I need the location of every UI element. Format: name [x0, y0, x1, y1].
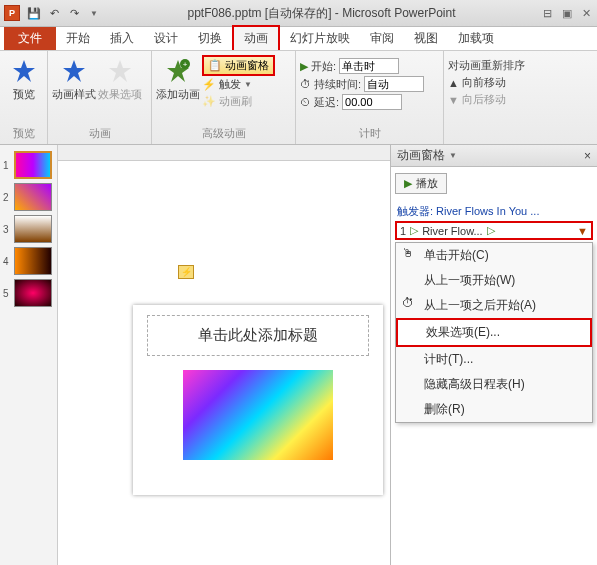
tab-insert[interactable]: 插入 — [100, 27, 144, 50]
menu-hide-timeline[interactable]: 隐藏高级日程表(H) — [396, 372, 592, 397]
group-animation-label: 动画 — [52, 126, 147, 142]
move-backward-label: 向后移动 — [462, 92, 506, 107]
star-icon — [60, 57, 88, 85]
menu-label: 删除(R) — [424, 402, 465, 416]
animation-painter-button: ✨ 动画刷 — [202, 94, 275, 109]
title-placeholder[interactable]: 单击此处添加标题 — [147, 315, 369, 356]
move-forward-button[interactable]: ▲ 向前移动 — [448, 75, 525, 90]
thumb-row[interactable]: 5 — [0, 277, 57, 309]
thumb-5[interactable] — [14, 279, 52, 307]
animation-list-item[interactable]: 1 ▷ River Flow... ▷ ▼ — [395, 221, 593, 240]
thumb-row[interactable]: 1 — [0, 149, 57, 181]
start-select[interactable] — [339, 58, 399, 74]
thumb-row[interactable]: 4 — [0, 245, 57, 277]
trigger-button[interactable]: ⚡ 触发 ▼ — [202, 77, 275, 92]
thumb-3[interactable] — [14, 215, 52, 243]
tab-transitions[interactable]: 切换 — [188, 27, 232, 50]
duration-input[interactable] — [364, 76, 424, 92]
play-icon: ▷ — [410, 224, 418, 237]
adv-anim-stack: 📋 动画窗格 ⚡ 触发 ▼ ✨ 动画刷 — [202, 53, 275, 110]
preview-button[interactable]: 预览 — [4, 53, 43, 102]
image-placeholder[interactable] — [183, 370, 333, 460]
menu-label: 从上一项之后开始(A) — [424, 298, 536, 312]
animation-pane-button[interactable]: 📋 动画窗格 — [202, 55, 275, 76]
play-icon: ▶ — [404, 177, 412, 190]
mouse-icon: 🖱 — [402, 246, 416, 260]
start-row: ▶ 开始: — [300, 58, 424, 74]
main-area: 1 2 3 4 5 ⚡ 单击此处添加标题 动画窗格 ▼ × ▶ 播放 触发器: … — [0, 145, 597, 565]
play-button[interactable]: ▶ 播放 — [395, 173, 447, 194]
tab-slideshow[interactable]: 幻灯片放映 — [280, 27, 360, 50]
play-label: 播放 — [416, 176, 438, 191]
menu-after-previous[interactable]: ⏱从上一项之后开始(A) — [396, 293, 592, 318]
thumb-2[interactable] — [14, 183, 52, 211]
clock-icon: ⏱ — [300, 78, 311, 90]
animation-pane-title: 动画窗格 — [397, 147, 445, 164]
app-name: Microsoft PowerPoint — [342, 6, 455, 20]
start-label: 开始: — [311, 59, 336, 74]
menu-timing[interactable]: 计时(T)... — [396, 347, 592, 372]
animation-pane-label: 动画窗格 — [225, 58, 269, 73]
duration-row: ⏱ 持续时间: — [300, 76, 424, 92]
menu-label: 从上一项开始(W) — [424, 273, 515, 287]
tab-view[interactable]: 视图 — [404, 27, 448, 50]
thumb-row[interactable]: 2 — [0, 181, 57, 213]
animation-styles-button[interactable]: 动画样式 — [52, 53, 96, 102]
play-icon: ▶ — [300, 60, 308, 73]
thumb-num: 3 — [3, 224, 11, 235]
thumb-4[interactable] — [14, 247, 52, 275]
tab-design[interactable]: 设计 — [144, 27, 188, 50]
ruler — [58, 145, 390, 161]
thumb-num: 4 — [3, 256, 11, 267]
reorder-title: 对动画重新排序 — [448, 58, 525, 73]
thumb-num: 5 — [3, 288, 11, 299]
slide-thumbnails: 1 2 3 4 5 — [0, 145, 58, 565]
context-menu: 🖱单击开始(C) 从上一项开始(W) ⏱从上一项之后开始(A) 效果选项(E).… — [395, 242, 593, 423]
menu-label: 计时(T)... — [424, 352, 473, 366]
delay-label: 延迟: — [314, 95, 339, 110]
tab-animations[interactable]: 动画 — [232, 25, 280, 50]
thumb-num: 2 — [3, 192, 11, 203]
item-number: 1 — [400, 225, 406, 237]
add-animation-label: 添加动画 — [156, 87, 200, 102]
menu-with-previous[interactable]: 从上一项开始(W) — [396, 268, 592, 293]
up-arrow-icon: ▲ — [448, 77, 459, 89]
qat-dropdown-icon[interactable]: ▼ — [86, 5, 102, 21]
thumb-row[interactable]: 3 — [0, 213, 57, 245]
tab-home[interactable]: 开始 — [56, 27, 100, 50]
chevron-down-icon[interactable]: ▼ — [449, 151, 457, 160]
save-icon[interactable]: 💾 — [26, 5, 42, 21]
undo-icon[interactable]: ↶ — [46, 5, 62, 21]
item-dropdown-button[interactable]: ▼ — [577, 225, 588, 237]
thumb-1[interactable] — [14, 151, 52, 179]
menu-click-start[interactable]: 🖱单击开始(C) — [396, 243, 592, 268]
slide-editor[interactable]: ⚡ 单击此处添加标题 — [58, 145, 390, 565]
animation-pane-header: 动画窗格 ▼ × — [391, 145, 597, 167]
menu-label: 隐藏高级日程表(H) — [424, 377, 525, 391]
close-pane-button[interactable]: × — [584, 149, 591, 163]
svg-marker-1 — [63, 60, 85, 82]
slide-canvas[interactable]: 单击此处添加标题 — [133, 305, 383, 495]
preview-label: 预览 — [13, 87, 35, 102]
title-bar: P 💾 ↶ ↷ ▼ pptF086.pptm [自动保存的] - Microso… — [0, 0, 597, 27]
menu-effect-options[interactable]: 效果选项(E)... — [396, 318, 592, 347]
timing-stack: ▶ 开始: ⏱ 持续时间: ⏲ 延迟: — [300, 53, 424, 111]
animation-pane-body: ▶ 播放 触发器: River Flows In You ... 1 ▷ Riv… — [391, 167, 597, 565]
close-button[interactable]: ✕ — [580, 7, 593, 20]
minimize-button[interactable]: ⊟ — [541, 7, 554, 20]
add-animation-button[interactable]: + 添加动画 — [156, 53, 200, 102]
svg-text:+: + — [183, 60, 188, 69]
tab-review[interactable]: 审阅 — [360, 27, 404, 50]
maximize-button[interactable]: ▣ — [560, 7, 574, 20]
effect-options-icon — [106, 57, 134, 85]
group-animation: 动画样式 效果选项 动画 — [48, 51, 152, 144]
menu-remove[interactable]: 删除(R) — [396, 397, 592, 422]
tab-file[interactable]: 文件 — [4, 27, 56, 50]
redo-icon[interactable]: ↷ — [66, 5, 82, 21]
animation-marker-icon[interactable]: ⚡ — [178, 265, 194, 279]
delay-input[interactable] — [342, 94, 402, 110]
tab-addins[interactable]: 加载项 — [448, 27, 504, 50]
group-advanced-animation: + 添加动画 📋 动画窗格 ⚡ 触发 ▼ ✨ 动画刷 高级动画 — [152, 51, 296, 144]
window-controls: ⊟ ▣ ✕ — [541, 7, 593, 20]
group-timing-label: 计时 — [300, 126, 439, 142]
